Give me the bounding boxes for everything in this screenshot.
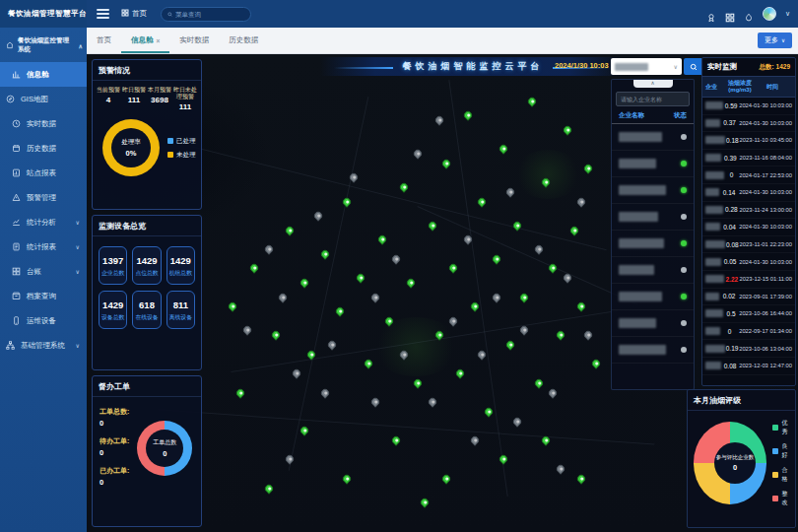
map-pin-online[interactable]: [341, 196, 352, 207]
map-pin-online[interactable]: [320, 248, 331, 259]
map-pin-online[interactable]: [476, 196, 487, 207]
map-pin-offline[interactable]: [548, 387, 559, 398]
medal-icon[interactable]: [706, 9, 716, 19]
company-search-button[interactable]: [684, 58, 703, 75]
map-pin-offline[interactable]: [519, 325, 530, 336]
tab-实时数据[interactable]: 实时数据: [169, 35, 219, 53]
map-pin-online[interactable]: [504, 339, 515, 350]
map-pin-offline[interactable]: [433, 114, 444, 125]
map-pin-offline[interactable]: [263, 243, 274, 254]
map-pin-online[interactable]: [590, 359, 601, 369]
sidebar-item-analysis[interactable]: 统计分析∨: [0, 210, 87, 234]
map-pin-offline[interactable]: [312, 210, 323, 221]
company-select-dropdown[interactable]: ∨: [611, 58, 682, 75]
menu-search[interactable]: [161, 7, 251, 22]
tab-首页[interactable]: 首页: [87, 35, 121, 53]
realtime-row[interactable]: 0.052024-01-30 10:03:00: [702, 253, 795, 271]
map-pin-online[interactable]: [583, 163, 594, 173]
tab-信息舱[interactable]: 信息舱×: [121, 35, 169, 53]
sidebar-item-map[interactable]: GIS地图: [0, 87, 87, 111]
map-pin-offline[interactable]: [241, 325, 252, 336]
map-pin-offline[interactable]: [284, 454, 295, 465]
realtime-row[interactable]: 0.182023-11-10 03:45:00: [702, 132, 795, 150]
map-pin-offline[interactable]: [327, 339, 338, 350]
sidebar-item-history[interactable]: 历史数据: [0, 136, 87, 161]
breadcrumb[interactable]: 首页: [121, 9, 147, 19]
map-pin-offline[interactable]: [504, 186, 515, 197]
company-row[interactable]: [612, 124, 694, 151]
realtime-row[interactable]: 0.142024-01-30 10:03:00: [702, 184, 795, 202]
company-row[interactable]: [612, 231, 694, 257]
map-pin-online[interactable]: [455, 367, 466, 378]
device-card-企业总数[interactable]: 1397企业总数: [99, 246, 127, 285]
map-pin-online[interactable]: [448, 263, 459, 274]
map-pin-online[interactable]: [440, 158, 451, 168]
sidebar-item-report[interactable]: 站点报表: [0, 161, 87, 185]
realtime-row[interactable]: 0.022023-09-01 17:39:00: [702, 289, 795, 306]
map-pin-offline[interactable]: [391, 253, 402, 264]
map-pin-offline[interactable]: [369, 397, 380, 408]
device-card-离线设备[interactable]: 811离线设备: [166, 291, 195, 329]
realtime-row[interactable]: 0.282023-11-24 13:00:00: [702, 202, 795, 220]
realtime-row[interactable]: 0.192023-10-06 13:04:00: [702, 340, 795, 358]
device-card-在线设备[interactable]: 618在线设备: [132, 291, 161, 329]
map-pin-online[interactable]: [299, 277, 309, 288]
realtime-row[interactable]: 0.042024-01-30 10:03:00: [702, 219, 795, 236]
map-pin-online[interactable]: [270, 330, 281, 341]
map-pin-online[interactable]: [469, 301, 480, 312]
chevron-down-icon[interactable]: ∨: [785, 10, 790, 18]
map-pin-online[interactable]: [356, 272, 366, 283]
sidebar-item-ledger[interactable]: 台账∨: [0, 259, 87, 284]
map-pin-offline[interactable]: [369, 292, 380, 302]
apps-icon[interactable]: [725, 9, 735, 19]
map-pin-online[interactable]: [284, 225, 295, 235]
map-pin-online[interactable]: [462, 110, 473, 121]
realtime-row[interactable]: 0.52023-10-06 16:44:00: [702, 305, 795, 323]
map-pin-online[interactable]: [427, 220, 437, 231]
map-pin-online[interactable]: [248, 263, 259, 274]
user-avatar[interactable]: [763, 7, 776, 21]
map-pin-online[interactable]: [548, 263, 559, 274]
map-pin-offline[interactable]: [512, 416, 523, 427]
map-pin-online[interactable]: [299, 426, 309, 436]
map-pin-online[interactable]: [391, 434, 402, 445]
sidebar-item-stats-report[interactable]: 统计报表∨: [0, 234, 87, 259]
map-pin-offline[interactable]: [448, 315, 459, 326]
company-name-search[interactable]: [616, 92, 690, 106]
realtime-row[interactable]: 0.372024-01-30 10:03:00: [702, 115, 795, 133]
map-pin-offline[interactable]: [277, 292, 288, 302]
sidebar-item-alert[interactable]: 预警管理: [0, 185, 87, 210]
realtime-row[interactable]: 0.082023-12-03 12:47:00: [702, 358, 795, 375]
realtime-row[interactable]: 0.082023-11-01 22:23:00: [702, 236, 795, 254]
realtime-row[interactable]: 02024-01-17 22:53:00: [702, 166, 795, 184]
company-row[interactable]: [612, 284, 694, 310]
company-row[interactable]: [612, 177, 694, 204]
company-row[interactable]: [612, 204, 694, 231]
map-pin-online[interactable]: [228, 301, 238, 312]
map-pin-online[interactable]: [484, 406, 495, 417]
collapse-handle[interactable]: ∧: [633, 80, 673, 88]
map-pin-offline[interactable]: [292, 367, 302, 378]
realtime-row[interactable]: 02022-09-17 01:34:00: [702, 323, 795, 341]
company-row[interactable]: [612, 257, 694, 284]
device-card-机组总数[interactable]: 1429机组总数: [166, 246, 195, 285]
realtime-row[interactable]: 2.222023-12-15 01:11:00: [702, 271, 795, 289]
map-pin-online[interactable]: [491, 253, 501, 264]
company-row[interactable]: [612, 337, 694, 364]
sidebar-group-header[interactable]: 餐饮油烟监控管理系统 ∧: [0, 28, 87, 62]
map-pin-online[interactable]: [498, 454, 508, 465]
map-pin-offline[interactable]: [491, 292, 501, 302]
flame-icon[interactable]: [744, 9, 754, 19]
map-pin-offline[interactable]: [469, 434, 480, 445]
map-pin-online[interactable]: [398, 181, 409, 192]
map-pin-online[interactable]: [576, 301, 587, 312]
map-pin-online[interactable]: [376, 234, 387, 245]
sidebar-item-archive[interactable]: 档案查询: [0, 284, 87, 308]
more-button[interactable]: 更多 ∨: [758, 33, 792, 48]
map-pin-online[interactable]: [568, 225, 579, 235]
map-pin-online[interactable]: [334, 305, 345, 316]
map-pin-online[interactable]: [555, 330, 565, 341]
realtime-row[interactable]: 0.592024-01-30 10:03:00: [702, 98, 795, 115]
map-pin-offline[interactable]: [583, 330, 594, 341]
map-pin-offline[interactable]: [533, 243, 544, 254]
